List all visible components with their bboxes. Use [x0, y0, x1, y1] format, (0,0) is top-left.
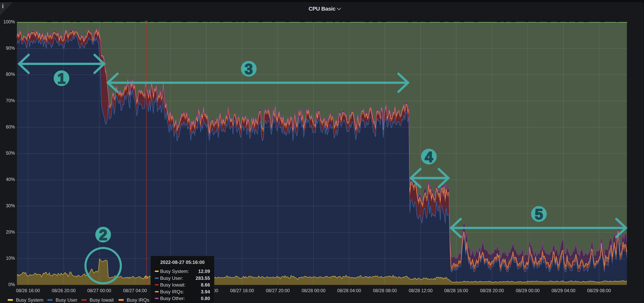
svg-text:2: 2: [99, 227, 107, 243]
svg-text:3: 3: [244, 61, 253, 77]
svg-text:4: 4: [425, 149, 433, 165]
svg-text:5: 5: [535, 206, 543, 222]
svg-text:1: 1: [57, 70, 66, 87]
